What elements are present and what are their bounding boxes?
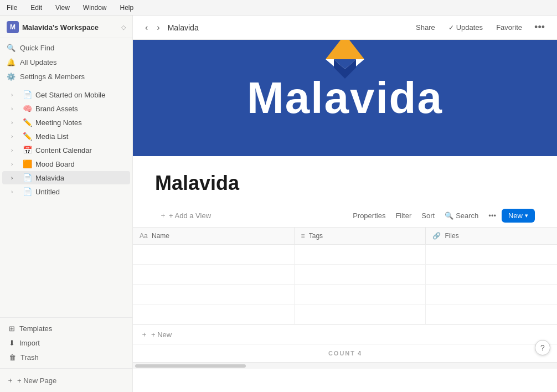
untitled-icon: 📄 xyxy=(22,187,32,196)
all-updates-label: All Updates xyxy=(20,58,56,66)
sidebar-item-settings[interactable]: ⚙️ Settings & Members xyxy=(0,70,132,84)
table-row[interactable] xyxy=(133,245,557,265)
chevron-icon: › xyxy=(11,106,18,112)
chevron-icon: › xyxy=(11,189,18,195)
menu-help[interactable]: Help xyxy=(118,3,136,13)
share-button[interactable]: Share xyxy=(411,21,440,34)
column-header-name[interactable]: Aa Name xyxy=(133,228,294,245)
untitled-label: Untitled xyxy=(35,188,123,196)
table-row[interactable] xyxy=(133,305,557,324)
trash-label: Trash xyxy=(20,353,39,362)
menu-view[interactable]: View xyxy=(53,3,72,13)
favorite-button[interactable]: Favorite xyxy=(492,21,527,34)
cell-tags[interactable] xyxy=(294,245,425,265)
column-header-tags[interactable]: ≡ Tags xyxy=(294,228,425,245)
checkmark-icon: ✓ xyxy=(448,24,454,32)
sidebar-item-import[interactable]: ⬇ Import xyxy=(2,336,130,350)
cell-tags[interactable] xyxy=(294,305,425,324)
sidebar-item-all-updates[interactable]: 🔔 All Updates xyxy=(0,55,132,69)
breadcrumb: Malavida xyxy=(168,23,199,32)
cell-name[interactable] xyxy=(133,285,294,305)
properties-button[interactable]: Properties xyxy=(348,209,390,222)
sidebar-item-malavida[interactable]: › 📄 Malavida xyxy=(2,171,130,184)
workspace-icon: M xyxy=(7,21,19,33)
horizontal-scrollbar[interactable] xyxy=(133,362,557,369)
column-header-files[interactable]: 🔗 Files xyxy=(426,228,557,245)
cell-name[interactable] xyxy=(133,305,294,324)
chevron-icon: › xyxy=(11,147,18,153)
menu-edit[interactable]: Edit xyxy=(28,3,44,13)
templates-icon: ⊞ xyxy=(9,324,15,333)
sidebar-item-trash[interactable]: 🗑 Trash xyxy=(2,350,130,364)
tags-col-icon: ≡ xyxy=(301,232,305,240)
add-row-button[interactable]: ＋ + New xyxy=(133,324,557,344)
name-col-label: Name xyxy=(152,232,169,240)
cell-tags[interactable] xyxy=(294,265,425,285)
sidebar-item-media-list[interactable]: › ✏️ Media List xyxy=(2,130,130,143)
back-button[interactable]: ‹ xyxy=(142,20,151,35)
malavida-icon: 📄 xyxy=(22,173,32,182)
more-options-button[interactable]: ••• xyxy=(531,19,548,35)
sidebar-item-quick-find[interactable]: 🔍 Quick Find xyxy=(0,41,132,55)
cell-files[interactable] xyxy=(426,305,557,324)
sidebar-item-meeting-notes[interactable]: › ✏️ Meeting Notes xyxy=(2,116,130,129)
meeting-notes-icon: ✏️ xyxy=(22,118,32,127)
help-button[interactable]: ? xyxy=(535,340,550,355)
table-row[interactable] xyxy=(133,265,557,285)
menu-window[interactable]: Window xyxy=(81,3,109,13)
new-page-button[interactable]: ＋ + New Page xyxy=(7,373,126,388)
add-view-icon: ＋ xyxy=(159,210,167,220)
page-content: Malavida Malavida ＋ + Add a View Propert… xyxy=(133,40,557,392)
get-started-label: Get Started on Mobile xyxy=(35,91,123,99)
count-label: COUNT xyxy=(328,350,355,357)
sidebar-item-get-started[interactable]: › 📄 Get Started on Mobile xyxy=(2,88,130,101)
settings-label: Settings & Members xyxy=(20,73,85,81)
new-record-button[interactable]: New ▾ xyxy=(502,209,535,223)
new-page-label: + New Page xyxy=(17,376,56,385)
new-chevron-icon: ▾ xyxy=(525,212,528,219)
sidebar-item-brand-assets[interactable]: › 🧠 Brand Assets xyxy=(2,102,130,115)
svg-marker-0 xyxy=(326,40,364,59)
sidebar-item-untitled[interactable]: › 📄 Untitled xyxy=(2,185,130,198)
sidebar-footer: ＋ + New Page xyxy=(0,368,132,392)
main-content: ‹ › Malavida Share ✓ Updates Favorite ••… xyxy=(133,16,557,392)
table-row[interactable] xyxy=(133,285,557,305)
workspace-name: Malavida's Workspace xyxy=(22,23,118,32)
sort-button[interactable]: Sort xyxy=(417,209,439,222)
sidebar-item-templates[interactable]: ⊞ Templates xyxy=(2,322,130,336)
menu-file[interactable]: File xyxy=(4,3,19,13)
count-bar: COUNT 4 xyxy=(133,344,557,362)
filter-button[interactable]: Filter xyxy=(391,209,416,222)
db-scroll[interactable]: Aa Name ≡ Tags 🔗 Files xyxy=(133,228,557,362)
page-title-area: Malavida xyxy=(133,156,557,204)
updates-button[interactable]: ✓ Updates xyxy=(444,21,487,34)
workspace-chevron-icon: ◇ xyxy=(121,24,126,31)
page-title: Malavida xyxy=(155,172,535,195)
cell-name[interactable] xyxy=(133,265,294,285)
brand-assets-icon: 🧠 xyxy=(22,104,32,113)
cell-tags[interactable] xyxy=(294,285,425,305)
search-button[interactable]: 🔍 Search xyxy=(440,209,483,222)
tags-col-label: Tags xyxy=(309,232,323,240)
cell-name[interactable] xyxy=(133,245,294,265)
chevron-icon: › xyxy=(11,120,18,126)
cell-files[interactable] xyxy=(426,285,557,305)
files-col-label: Files xyxy=(445,232,458,240)
workspace-selector[interactable]: M Malavida's Workspace ◇ xyxy=(0,16,132,38)
cell-files[interactable] xyxy=(426,245,557,265)
mood-board-icon: 🟧 xyxy=(22,159,32,168)
sidebar-item-mood-board[interactable]: › 🟧 Mood Board xyxy=(2,157,130,171)
scrollbar-thumb[interactable] xyxy=(135,364,246,368)
chevron-icon: › xyxy=(11,161,18,167)
add-row-label: + New xyxy=(151,331,172,339)
new-label: New xyxy=(508,212,523,220)
app-layout: M Malavida's Workspace ◇ 🔍 Quick Find 🔔 … xyxy=(0,16,557,392)
add-view-button[interactable]: ＋ + Add a View xyxy=(155,208,215,223)
forward-button[interactable]: › xyxy=(153,20,163,35)
sidebar-item-content-calendar[interactable]: › 📅 Content Calendar xyxy=(2,143,130,157)
cell-files[interactable] xyxy=(426,265,557,285)
hero-banner: Malavida xyxy=(133,40,557,156)
media-list-icon: ✏️ xyxy=(22,132,32,141)
sidebar-nav: 🔍 Quick Find 🔔 All Updates ⚙️ Settings &… xyxy=(0,38,132,317)
more-db-options-button[interactable]: ••• xyxy=(484,209,501,222)
